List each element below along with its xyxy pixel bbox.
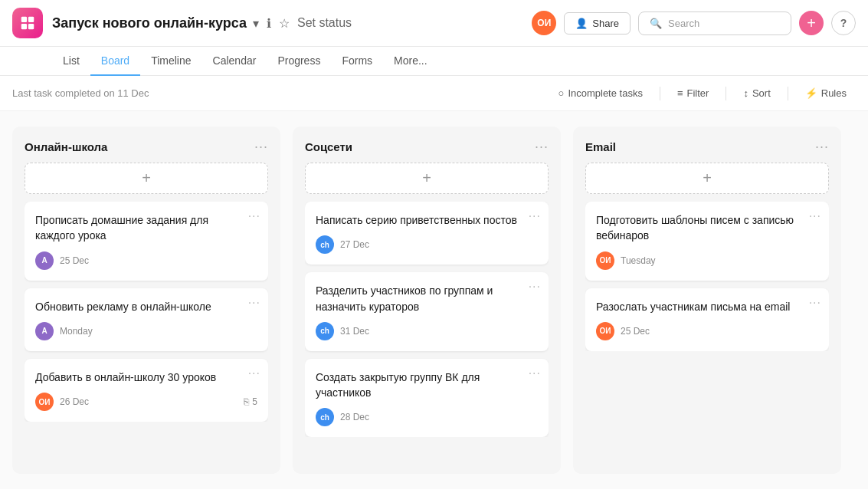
card-avatar-card-2: А <box>35 322 54 340</box>
card-footer-card-1: А25 Dec <box>35 251 257 270</box>
set-status-btn[interactable]: Set status <box>297 16 352 30</box>
search-box[interactable]: 🔍 Search <box>638 12 791 35</box>
header-right: ОИ 👤 Share 🔍 Search + ? <box>532 11 856 35</box>
project-title-area: Запуск нового онлайн-курса ▾ ℹ ☆ Set sta… <box>52 15 352 31</box>
card-menu-card-3[interactable]: ··· <box>248 366 260 380</box>
sort-icon: ↕ <box>743 87 748 99</box>
card-menu-card-2[interactable]: ··· <box>248 296 260 310</box>
card-badge-card-3: ⎘5 <box>244 396 257 407</box>
card-avatar-card-3: ОИ <box>35 393 54 411</box>
card-date-card-4: 27 Dec <box>340 239 369 250</box>
add-button[interactable]: + <box>799 11 824 35</box>
tab-list[interactable]: List <box>52 47 90 76</box>
card-card-1[interactable]: ···Прописать домашние задания для каждог… <box>25 202 268 281</box>
card-avatar-card-8: ОИ <box>596 322 614 340</box>
card-title-card-5: Разделить участников по группам и назнач… <box>316 283 538 314</box>
cards-container-social: ···Написать серию приветственных постовc… <box>305 202 549 437</box>
column-menu-email[interactable]: ··· <box>815 139 829 155</box>
column-title-online-school: Онлайн-школа <box>25 140 107 153</box>
card-menu-card-8[interactable]: ··· <box>809 296 821 310</box>
tab-progress[interactable]: Progress <box>267 47 331 76</box>
search-placeholder: Search <box>668 18 699 29</box>
help-button[interactable]: ? <box>831 11 856 35</box>
rules-btn[interactable]: ⚡ Rules <box>796 84 856 103</box>
rules-label: Rules <box>821 87 847 99</box>
tab-timeline[interactable]: Timeline <box>140 47 201 76</box>
card-avatar-card-6: ch <box>316 408 334 426</box>
card-card-7[interactable]: ···Подготовить шаблоны писем с записью в… <box>585 202 829 281</box>
share-icon: 👤 <box>575 18 588 29</box>
card-menu-card-6[interactable]: ··· <box>529 366 541 380</box>
card-card-3[interactable]: ···Добавить в онлайн-школу 30 уроковОИ26… <box>25 359 268 422</box>
sort-btn[interactable]: ↕ Sort <box>734 84 779 103</box>
subtask-icon: ⎘ <box>244 396 249 407</box>
app-icon[interactable] <box>12 8 43 38</box>
column-title-email: Email <box>585 140 616 153</box>
card-menu-card-5[interactable]: ··· <box>529 280 541 294</box>
column-social: Соцсети···+···Написать серию приветствен… <box>293 127 561 474</box>
card-avatar-card-1: А <box>35 251 54 270</box>
card-menu-card-1[interactable]: ··· <box>248 209 260 223</box>
svg-rect-3 <box>28 24 34 29</box>
toolbar: Last task completed on 11 Dec ○ Incomple… <box>0 76 868 111</box>
card-card-8[interactable]: ···Разослать участникам письма на emailО… <box>585 288 829 351</box>
card-menu-card-7[interactable]: ··· <box>809 209 821 223</box>
card-title-card-6: Создать закрытую группу ВК для участнико… <box>316 370 538 401</box>
tab-forms[interactable]: Forms <box>331 47 383 76</box>
card-footer-card-2: АMonday <box>35 322 257 340</box>
card-title-card-7: Подготовить шаблоны писем с записью веби… <box>596 212 818 244</box>
svg-rect-2 <box>21 24 27 29</box>
share-label: Share <box>592 18 619 29</box>
tab-calendar[interactable]: Calendar <box>202 47 267 76</box>
chevron-down-icon[interactable]: ▾ <box>253 16 259 31</box>
cards-container-email: ···Подготовить шаблоны писем с записью в… <box>585 202 829 351</box>
nav-tabs: List Board Timeline Calendar Progress Fo… <box>0 47 868 76</box>
card-avatar-card-4: ch <box>316 235 334 254</box>
card-card-5[interactable]: ···Разделить участников по группам и наз… <box>305 272 549 351</box>
column-online-school: Онлайн-школа···+···Прописать домашние за… <box>12 127 280 474</box>
header-icons: ▾ ℹ ☆ Set status <box>253 16 352 31</box>
card-date-card-3: 26 Dec <box>60 396 89 407</box>
search-icon: 🔍 <box>650 18 662 29</box>
card-title-card-2: Обновить рекламу в онлайн-школе <box>35 299 257 314</box>
card-title-card-1: Прописать домашние задания для каждого у… <box>35 212 257 244</box>
card-footer-card-8: ОИ25 Dec <box>596 322 818 340</box>
card-title-card-8: Разослать участникам письма на email <box>596 299 818 314</box>
column-header-social: Соцсети··· <box>305 139 549 155</box>
clock-icon: ○ <box>558 87 565 99</box>
add-card-btn-email[interactable]: + <box>585 163 829 194</box>
card-card-6[interactable]: ···Создать закрытую группу ВК для участн… <box>305 359 549 438</box>
card-footer-card-6: ch28 Dec <box>316 408 538 426</box>
card-date-card-1: 25 Dec <box>60 255 89 266</box>
card-avatar-card-7: ОИ <box>596 251 614 270</box>
tab-more[interactable]: More... <box>383 47 438 76</box>
filter-label: Filter <box>687 87 709 99</box>
card-footer-card-7: ОИTuesday <box>596 251 818 270</box>
add-card-btn-social[interactable]: + <box>305 163 549 194</box>
tab-board[interactable]: Board <box>90 47 140 76</box>
rules-icon: ⚡ <box>805 87 817 99</box>
sort-label: Sort <box>752 87 771 99</box>
column-menu-online-school[interactable]: ··· <box>254 139 268 155</box>
project-title: Запуск нового онлайн-курса <box>52 15 247 31</box>
column-menu-social[interactable]: ··· <box>535 139 549 155</box>
incomplete-tasks-btn[interactable]: ○ Incomplete tasks <box>549 84 652 103</box>
card-card-4[interactable]: ···Написать серию приветственных постовc… <box>305 202 549 265</box>
last-task-text: Last task completed on 11 Dec <box>12 87 149 99</box>
card-title-card-3: Добавить в онлайн-школу 30 уроков <box>35 370 257 385</box>
filter-btn[interactable]: ≡ Filter <box>668 84 718 103</box>
toolbar-right: ○ Incomplete tasks ≡ Filter ↕ Sort ⚡ Rul… <box>549 84 856 103</box>
card-card-2[interactable]: ···Обновить рекламу в онлайн-школеАMonda… <box>25 288 268 351</box>
cards-container-online-school: ···Прописать домашние задания для каждог… <box>25 202 268 422</box>
share-button[interactable]: 👤 Share <box>564 12 631 35</box>
badge-count: 5 <box>252 396 257 407</box>
header: Запуск нового онлайн-курса ▾ ℹ ☆ Set sta… <box>0 0 868 47</box>
star-icon[interactable]: ☆ <box>279 16 290 31</box>
card-date-card-5: 31 Dec <box>340 326 369 337</box>
add-card-btn-online-school[interactable]: + <box>25 163 268 194</box>
column-title-social: Соцсети <box>305 140 352 153</box>
card-title-card-4: Написать серию приветственных постов <box>316 212 538 228</box>
svg-rect-0 <box>21 17 27 22</box>
info-icon[interactable]: ℹ <box>267 16 271 31</box>
card-menu-card-4[interactable]: ··· <box>529 209 541 223</box>
